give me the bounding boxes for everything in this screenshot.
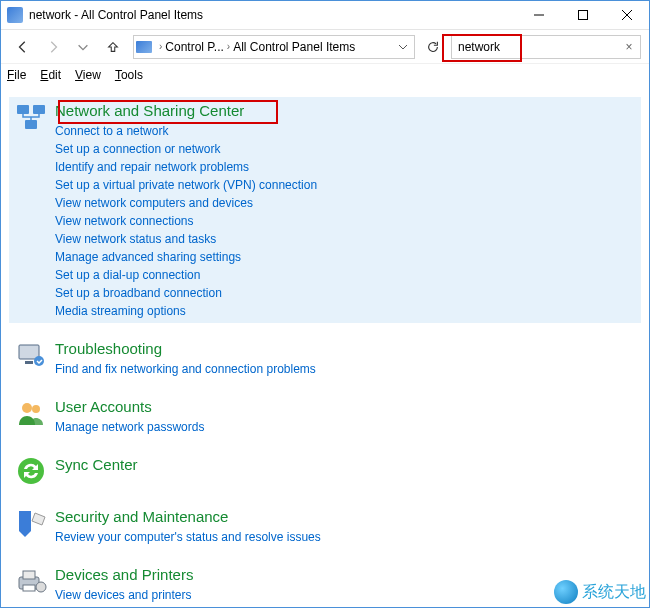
svg-point-6	[34, 356, 44, 366]
maximize-button[interactable]	[561, 1, 605, 29]
section-devices-printers: Devices and Printers View devices and pr…	[9, 561, 641, 607]
devices-printers-icon	[15, 565, 47, 597]
link-view-connections[interactable]: View network connections	[55, 213, 635, 229]
section-security-maintenance: Security and Maintenance Review your com…	[9, 503, 641, 549]
menu-tools[interactable]: Tools	[115, 68, 143, 82]
section-title-troubleshooting[interactable]: Troubleshooting	[55, 339, 635, 359]
menu-view[interactable]: View	[75, 68, 101, 82]
breadcrumb-all-items[interactable]: All Control Panel Items	[233, 40, 355, 54]
link-broadband[interactable]: Set up a broadband connection	[55, 285, 635, 301]
troubleshooting-icon	[15, 339, 47, 371]
link-add-device[interactable]: Add a device	[55, 605, 635, 607]
svg-point-9	[18, 458, 44, 484]
svg-rect-1	[17, 105, 29, 114]
titlebar-left: network - All Control Panel Items	[7, 7, 203, 23]
section-troubleshooting: Troubleshooting Find and fix networking …	[9, 335, 641, 381]
user-accounts-icon	[15, 397, 47, 429]
svg-rect-0	[579, 11, 588, 20]
clear-search-button[interactable]: ×	[622, 40, 636, 54]
content-area: Network and Sharing Center Connect to a …	[1, 85, 649, 607]
sync-center-icon	[15, 455, 47, 487]
link-review-status[interactable]: Review your computer's status and resolv…	[55, 529, 635, 545]
link-advanced-sharing[interactable]: Manage advanced sharing settings	[55, 249, 635, 265]
link-view-devices-printers[interactable]: View devices and printers	[55, 587, 635, 603]
link-view-status-tasks[interactable]: View network status and tasks	[55, 231, 635, 247]
section-title-network-sharing[interactable]: Network and Sharing Center	[55, 101, 244, 121]
menu-file[interactable]: File	[7, 68, 26, 82]
section-user-accounts: User Accounts Manage network passwords	[9, 393, 641, 439]
search-input[interactable]	[458, 40, 622, 54]
menubar: File Edit View Tools	[1, 63, 649, 85]
close-button[interactable]	[605, 1, 649, 29]
section-network-sharing: Network and Sharing Center Connect to a …	[9, 97, 641, 323]
control-panel-window: network - All Control Panel Items	[0, 0, 650, 608]
crumb-separator-icon[interactable]: ›	[227, 41, 230, 52]
link-connect-network[interactable]: Connect to a network	[55, 123, 635, 139]
link-identify-repair[interactable]: Identify and repair network problems	[55, 159, 635, 175]
refresh-button[interactable]	[421, 35, 445, 59]
svg-point-8	[32, 405, 40, 413]
breadcrumb-control-panel[interactable]: Control P...	[165, 40, 223, 54]
back-button[interactable]	[9, 33, 37, 61]
svg-rect-12	[23, 585, 35, 591]
up-button[interactable]	[99, 33, 127, 61]
recent-locations-button[interactable]	[69, 33, 97, 61]
link-setup-vpn[interactable]: Set up a virtual private network (VPN) c…	[55, 177, 635, 193]
control-panel-icon	[7, 7, 23, 23]
svg-point-13	[36, 582, 46, 592]
forward-button[interactable]	[39, 33, 67, 61]
link-manage-network-passwords[interactable]: Manage network passwords	[55, 419, 635, 435]
window-controls	[517, 1, 649, 29]
link-view-computers-devices[interactable]: View network computers and devices	[55, 195, 635, 211]
menu-edit[interactable]: Edit	[40, 68, 61, 82]
crumb-separator-icon[interactable]: ›	[159, 41, 162, 52]
link-media-streaming[interactable]: Media streaming options	[55, 303, 635, 319]
svg-rect-5	[25, 361, 33, 364]
address-bar[interactable]: › Control P... › All Control Panel Items	[133, 35, 415, 59]
svg-rect-3	[25, 120, 37, 129]
svg-rect-2	[33, 105, 45, 114]
svg-rect-4	[19, 345, 39, 359]
location-icon	[136, 41, 152, 53]
link-find-fix-network[interactable]: Find and fix networking and connection p…	[55, 361, 635, 377]
section-title-sync-center[interactable]: Sync Center	[55, 455, 635, 475]
section-title-security-maintenance[interactable]: Security and Maintenance	[55, 507, 635, 527]
section-title-devices-printers[interactable]: Devices and Printers	[55, 565, 635, 585]
security-maintenance-icon	[15, 507, 47, 539]
svg-rect-11	[23, 571, 35, 579]
section-title-user-accounts[interactable]: User Accounts	[55, 397, 635, 417]
window-title: network - All Control Panel Items	[29, 8, 203, 22]
search-box[interactable]: ×	[451, 35, 641, 59]
minimize-button[interactable]	[517, 1, 561, 29]
svg-point-7	[22, 403, 32, 413]
navbar: › Control P... › All Control Panel Items…	[1, 29, 649, 63]
network-sharing-icon	[15, 101, 47, 133]
address-dropdown-button[interactable]	[394, 42, 412, 52]
link-dialup[interactable]: Set up a dial-up connection	[55, 267, 635, 283]
titlebar: network - All Control Panel Items	[1, 1, 649, 29]
section-sync-center: Sync Center	[9, 451, 641, 491]
link-setup-connection[interactable]: Set up a connection or network	[55, 141, 635, 157]
